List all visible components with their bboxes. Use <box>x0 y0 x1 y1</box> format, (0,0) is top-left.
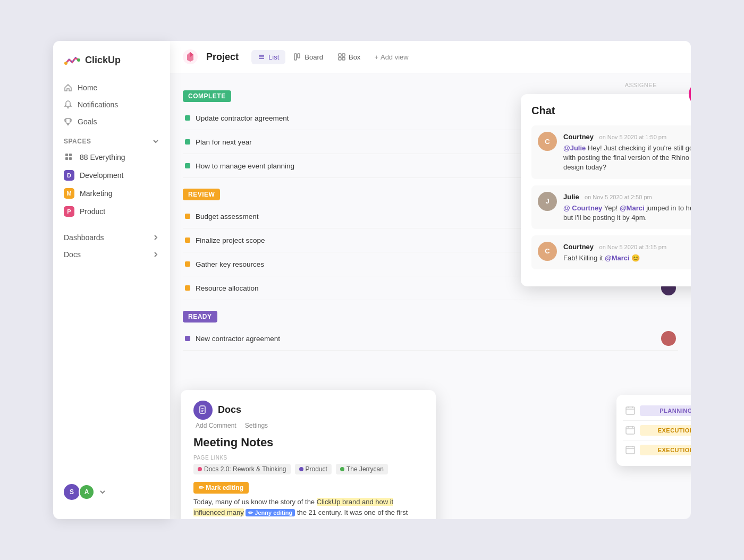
mention-marci2: @Marci <box>605 254 630 262</box>
mark-editing-button[interactable]: ✏ Mark editing <box>193 482 249 494</box>
sidebar-item-everything[interactable]: 88 Everything <box>53 148 170 166</box>
development-space-icon: D <box>64 170 74 181</box>
chat-panel: # Chat C Courtney on Nov 5 2020 at 1:50 … <box>521 94 691 286</box>
chat-body-1: Courtney on Nov 5 2020 at 1:50 pm @Julie… <box>563 132 691 173</box>
mention-courtney: @ Courtney <box>563 204 602 212</box>
svg-rect-26 <box>626 446 635 454</box>
dashboards-label: Dashboards <box>64 233 104 242</box>
chat-time-2: on Nov 5 2020 at 2:50 pm <box>585 194 652 200</box>
main-header: Project List Board <box>170 41 691 73</box>
task-status-dot <box>185 237 190 243</box>
page-links-label: PAGE LINKS <box>193 455 423 461</box>
chat-time-1: on Nov 5 2020 at 1:50 pm <box>599 134 667 140</box>
tab-box-label: Box <box>349 53 360 61</box>
task-status-dot <box>185 285 190 291</box>
marketing-space-icon: M <box>64 188 74 199</box>
section-ready: READY New contractor agreement <box>183 311 678 351</box>
main-content: Project List Board <box>170 41 691 519</box>
sidebar-item-dashboards[interactable]: Dashboards <box>58 229 165 246</box>
calendar-icon-3 <box>625 445 636 455</box>
settings-link[interactable]: Settings <box>245 422 268 429</box>
page-link-docs-label: Docs 2.0: Rework & Thinking <box>204 465 286 473</box>
task-status-dot <box>185 336 190 341</box>
task-avatar <box>661 331 676 346</box>
page-link-dot-docs <box>198 467 202 471</box>
sidebar: ClickUp Home Notifications <box>53 41 170 519</box>
chat-text-2: @ Courtney Yep! @Marci jumped in to help… <box>563 203 691 223</box>
spaces-label: Spaces <box>64 138 91 145</box>
add-view-button[interactable]: + Add view <box>369 50 413 64</box>
calendar-icon-1 <box>625 405 636 416</box>
chat-message-2: J Julie on Nov 5 2020 at 2:50 pm @ Court… <box>531 185 691 229</box>
sidebar-item-marketing[interactable]: M Marketing <box>53 184 170 202</box>
svg-rect-15 <box>342 54 345 56</box>
page-link-docs[interactable]: Docs 2.0: Rework & Thinking <box>193 464 291 474</box>
page-link-jerrycan[interactable]: The Jerrycan <box>336 464 388 474</box>
tab-board[interactable]: Board <box>288 50 329 64</box>
chat-title: Chat <box>531 105 691 117</box>
clickup-logo-icon <box>64 52 81 69</box>
tag-row-2: EXECUTION <box>623 421 691 440</box>
meeting-title: Meeting Notes <box>193 436 423 449</box>
ready-section-badge: READY <box>183 311 217 323</box>
tag-execution-1: EXECUTION <box>640 425 691 436</box>
box-icon <box>338 53 345 61</box>
task-label: New contractor agreement <box>196 335 661 343</box>
chat-author-2: Julie <box>563 193 579 201</box>
chevron-down-icon <box>152 138 159 145</box>
sidebar-item-development[interactable]: D Development <box>53 166 170 184</box>
svg-rect-4 <box>65 157 68 160</box>
home-icon <box>64 83 72 92</box>
ready-tasks: New contractor agreement <box>183 327 678 351</box>
page-link-product[interactable]: Product <box>295 464 332 474</box>
task-status-dot <box>185 261 190 267</box>
user-avatar-a[interactable]: A <box>79 484 95 500</box>
table-row[interactable]: New contractor agreement <box>183 327 678 351</box>
chat-text-1: @Julie Hey! Just checking if you're stil… <box>563 143 691 173</box>
svg-rect-3 <box>69 154 72 156</box>
tab-list[interactable]: List <box>251 50 285 64</box>
marketing-label: Marketing <box>80 189 112 198</box>
chat-avatar-julie: J <box>538 192 557 211</box>
user-avatar-s[interactable]: S <box>64 484 80 500</box>
sidebar-nav: Home Notifications Goals <box>53 79 170 130</box>
logo[interactable]: ClickUp <box>53 52 170 79</box>
development-label: Development <box>80 171 124 180</box>
svg-rect-22 <box>626 427 635 434</box>
calendar-icon-2 <box>625 425 636 436</box>
svg-point-1 <box>77 58 80 62</box>
sidebar-goals-label: Goals <box>78 117 97 126</box>
view-tabs: List Board Box + Add view <box>251 50 414 64</box>
page-link-dot-jerrycan <box>340 467 344 471</box>
chat-avatar-courtney2: C <box>538 242 557 261</box>
chat-body-2: Julie on Nov 5 2020 at 2:50 pm @ Courtne… <box>563 192 691 223</box>
task-status-dot <box>185 115 190 121</box>
sidebar-item-docs[interactable]: Docs <box>58 246 165 263</box>
mention-marci: @Marci <box>620 204 645 212</box>
page-links: Docs 2.0: Rework & Thinking Product The … <box>193 464 423 474</box>
complete-section-badge: COMPLETE <box>183 90 231 102</box>
chat-author-1: Courtney <box>563 133 594 141</box>
document-icon <box>198 405 208 415</box>
svg-rect-18 <box>626 407 635 414</box>
logo-text: ClickUp <box>85 55 121 66</box>
sidebar-item-product[interactable]: P Product <box>53 202 170 220</box>
chat-avatar-courtney1: C <box>538 132 557 151</box>
chat-message-1: C Courtney on Nov 5 2020 at 1:50 pm @Jul… <box>531 125 691 179</box>
sidebar-item-goals[interactable]: Goals <box>58 113 165 130</box>
sidebar-item-home[interactable]: Home <box>58 79 165 96</box>
sidebar-item-notifications[interactable]: Notifications <box>58 96 165 113</box>
chat-author-3: Courtney <box>563 243 594 251</box>
product-space-icon: P <box>64 206 74 217</box>
tab-box[interactable]: Box <box>332 50 367 64</box>
docs-icon-button[interactable] <box>193 401 213 420</box>
sidebar-notifications-label: Notifications <box>78 100 118 109</box>
chat-time-3: on Nov 5 2020 at 3:15 pm <box>599 244 667 250</box>
sidebar-section2: Dashboards Docs <box>53 229 170 263</box>
add-comment-link[interactable]: Add Comment <box>196 422 236 429</box>
chat-message-3: C Courtney on Nov 5 2020 at 3:15 pm Fab!… <box>531 235 691 269</box>
docs-body-text: Today, many of us know the story of the … <box>193 497 423 519</box>
sidebar-home-label: Home <box>78 83 97 92</box>
tab-list-label: List <box>268 53 279 61</box>
page-link-product-label: Product <box>306 465 327 473</box>
